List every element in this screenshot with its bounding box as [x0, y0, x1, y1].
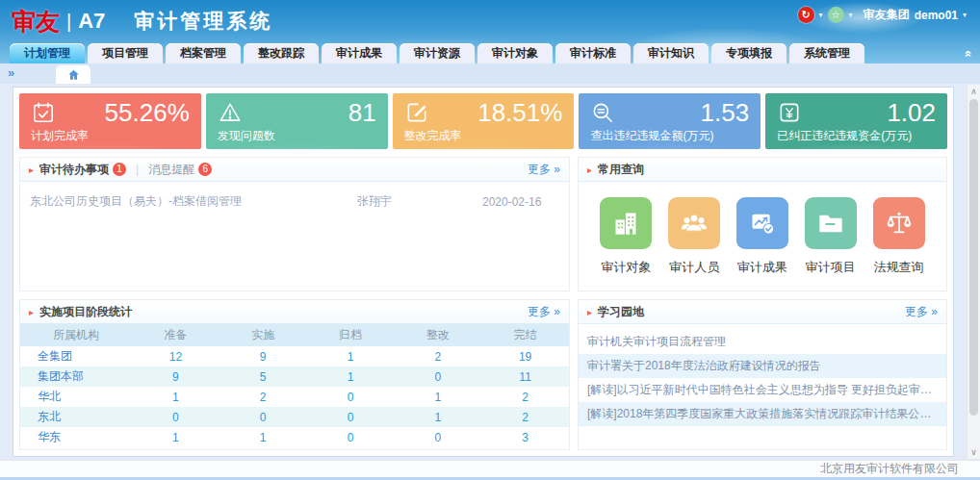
building-icon — [600, 197, 652, 249]
favorite-star-icon[interactable]: ☆ — [828, 7, 844, 23]
stage-count[interactable]: 2 — [219, 387, 307, 407]
expand-right-icon[interactable]: » — [8, 65, 14, 80]
quick-query-items: 审计对象 审计人员 — [579, 182, 946, 276]
stat-label: 整改完成率 — [404, 128, 462, 144]
quick-link-audit-results[interactable]: 审计成果 — [729, 197, 796, 276]
todo-panel: ▸ 审计待办事项 1 | 消息提醒 6 更多 » 东北公司历史项目（易夫）-档案… — [19, 157, 570, 291]
learning-more-link[interactable]: 更多 » — [905, 304, 938, 320]
col-header: 完结 — [481, 324, 569, 346]
stage-count[interactable]: 9 — [219, 346, 307, 366]
stage-count[interactable]: 1 — [132, 427, 219, 447]
list-item[interactable]: 审计机关审计项目流程管理 — [579, 330, 946, 354]
content-area: 55.26% 计划完成率 81 发现问题数 18.51% — [0, 84, 980, 460]
todo-item-person: 张翔宇 — [357, 193, 482, 210]
home-tab[interactable] — [56, 65, 90, 84]
messages-tab[interactable]: 消息提醒 — [148, 162, 194, 178]
stage-count[interactable]: 0 — [132, 407, 219, 427]
vertical-scrollbar[interactable]: ∧ ∨ — [967, 85, 980, 459]
stage-count[interactable]: 1 — [394, 407, 481, 427]
org-link[interactable]: 华北 — [20, 387, 132, 407]
list-item[interactable]: [解读]以习近平新时代中国特色社会主义思想为指导 更好担负起审计工作新职责新..… — [579, 378, 946, 402]
org-link[interactable]: 华东 — [20, 427, 132, 447]
quick-link-audit-personnel[interactable]: 审计人员 — [660, 197, 728, 276]
quick-query-panel: ▸ 常用查询 — [578, 157, 947, 291]
tab-rectification-tracking[interactable]: 整改跟踪 — [244, 43, 319, 63]
org-link[interactable]: 全集团 — [20, 346, 132, 366]
tab-audit-knowledge[interactable]: 审计知识 — [633, 43, 709, 63]
stage-count[interactable]: 0 — [219, 407, 307, 427]
col-header: 整改 — [394, 324, 481, 346]
page-footer: 北京用友审计软件有限公司 — [0, 460, 980, 480]
panel-bullet-icon: ▸ — [29, 164, 34, 175]
tab-plan-management[interactable]: 计划管理 — [10, 43, 85, 63]
chevron-down-icon[interactable]: ▾ — [819, 11, 823, 19]
tab-system-management[interactable]: 系统管理 — [789, 43, 864, 63]
chart-check-icon — [736, 197, 788, 249]
todo-list-item[interactable]: 东北公司历史项目（易夫）-档案借阅管理 张翔宇 2020-02-16 — [20, 182, 569, 210]
stage-count[interactable]: 0 — [307, 427, 395, 447]
learning-header: ▸ 学习园地 更多 » — [579, 300, 946, 324]
stage-count[interactable]: 1 — [394, 387, 481, 407]
quick-link-label: 审计成果 — [729, 259, 796, 276]
quick-query-title: 常用查询 — [598, 162, 644, 178]
col-header: 所属机构 — [20, 324, 132, 346]
org-link[interactable]: 东北 — [20, 407, 132, 427]
todo-item-title[interactable]: 东北公司历史项目（易夫）-档案借阅管理 — [30, 193, 357, 210]
org-link[interactable]: 集团本部 — [20, 366, 132, 387]
stage-count[interactable]: 1 — [132, 387, 219, 407]
currency-icon — [777, 100, 802, 129]
stage-count[interactable]: 2 — [481, 407, 569, 427]
col-header: 准备 — [132, 324, 219, 346]
stage-count[interactable]: 12 — [132, 346, 219, 366]
chevron-down-icon[interactable]: ▾ — [849, 11, 853, 19]
scroll-down-icon[interactable]: ∨ — [967, 445, 980, 459]
list-item[interactable]: 审计署关于2018年度法治政府建设情况的报告 — [579, 354, 946, 378]
stage-count[interactable]: 9 — [132, 366, 219, 387]
tab-audit-objects[interactable]: 审计对象 — [477, 43, 553, 63]
quick-link-label: 审计人员 — [660, 259, 728, 276]
chevron-down-icon[interactable]: ▾ — [963, 11, 967, 19]
tab-audit-results[interactable]: 审计成果 — [322, 43, 397, 63]
tab-project-management[interactable]: 项目管理 — [88, 43, 163, 63]
stage-count[interactable]: 0 — [307, 387, 395, 407]
collapse-up-icon[interactable]: » — [957, 50, 976, 57]
quick-link-audit-objects[interactable]: 审计对象 — [592, 197, 659, 276]
stage-count[interactable]: 1 — [307, 366, 395, 387]
todo-more-link[interactable]: 更多 » — [528, 162, 560, 178]
scales-icon — [873, 197, 925, 249]
tab-archive-management[interactable]: 档案管理 — [166, 43, 241, 63]
stage-count[interactable]: 11 — [481, 366, 569, 387]
brand-row: 审友 | A7 审计管理系统 ↻ ▾ ☆ ▾ 审友集团 demo01 ▾ — [0, 0, 980, 42]
stage-count[interactable]: 19 — [481, 346, 569, 366]
todo-panel-header: ▸ 审计待办事项 1 | 消息提醒 6 更多 » — [20, 158, 569, 182]
stage-count[interactable]: 0 — [307, 407, 395, 427]
username[interactable]: demo01 — [915, 9, 958, 22]
product-name: A7 — [78, 9, 105, 34]
todo-item-date: 2020-02-16 — [482, 195, 559, 209]
org-name[interactable]: 审友集团 — [864, 7, 910, 23]
stage-stats-more-link[interactable]: 更多 » — [528, 304, 560, 320]
stage-count[interactable]: 5 — [219, 366, 307, 387]
table-row: 东北 0 0 0 1 2 — [20, 407, 569, 427]
tab-special-reporting[interactable]: 专项填报 — [711, 43, 787, 63]
stage-count[interactable]: 1 — [219, 427, 307, 447]
list-item[interactable]: [解读]2018年第四季度国家重大政策措施落实情况跟踪审计结果公告解读 — [579, 402, 946, 426]
quick-link-audit-projects[interactable]: 审计项目 — [797, 197, 864, 276]
stage-count[interactable]: 2 — [481, 387, 569, 407]
tab-audit-standards[interactable]: 审计标准 — [555, 43, 631, 63]
stage-count[interactable]: 0 — [394, 427, 481, 447]
stage-count[interactable]: 2 — [394, 346, 481, 366]
todo-tab[interactable]: 审计待办事项 — [39, 162, 109, 178]
folder-icon — [805, 197, 857, 249]
quick-link-regulation-query[interactable]: 法规查询 — [865, 197, 933, 276]
tab-audit-resources[interactable]: 审计资源 — [400, 43, 475, 63]
scroll-up-icon[interactable]: ∧ — [967, 85, 980, 98]
stat-card-plan-completion: 55.26% 计划完成率 — [19, 93, 201, 149]
stat-card-violation-amount: 1.53 查出违纪违规金额(万元) — [579, 93, 761, 149]
stage-count[interactable]: 1 — [307, 346, 395, 366]
stage-count[interactable]: 0 — [394, 366, 481, 387]
scrollbar-thumb[interactable] — [969, 99, 978, 416]
stage-count[interactable]: 3 — [481, 427, 569, 447]
middle-row: ▸ 审计待办事项 1 | 消息提醒 6 更多 » 东北公司历史项目（易夫）-档案… — [19, 157, 947, 291]
refresh-icon[interactable]: ↻ — [798, 7, 814, 23]
